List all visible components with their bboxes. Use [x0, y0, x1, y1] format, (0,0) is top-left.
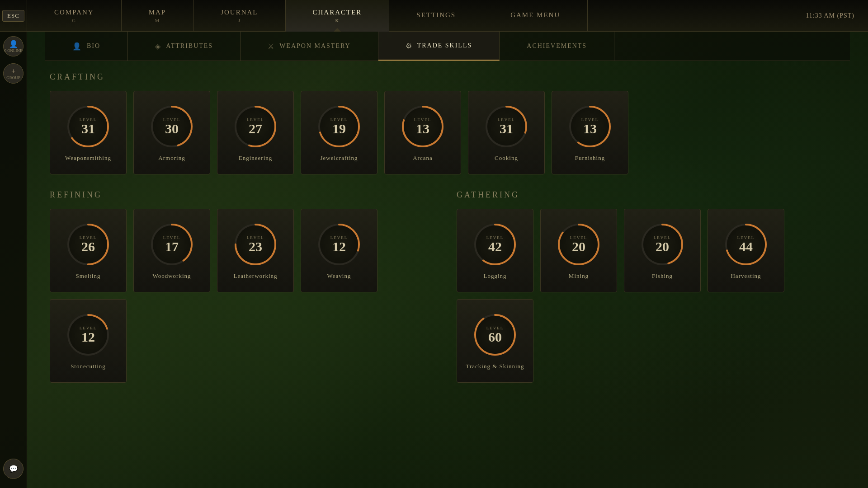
- person-icon: 👤: [9, 40, 18, 48]
- level-number: 60: [488, 330, 502, 344]
- circle-inner: LEVEL 30: [153, 108, 191, 145]
- skill-card-armoring[interactable]: LEVEL 30 Armoring: [133, 91, 210, 174]
- skill-name: Tracking & Skinning: [466, 363, 524, 370]
- level-number: 13: [583, 122, 597, 136]
- attributes-icon: ◈: [155, 42, 161, 51]
- circle-inner: LEVEL 12: [320, 225, 358, 263]
- skill-name: Weaving: [327, 272, 351, 280]
- skill-card-weaving[interactable]: LEVEL 12 Weaving: [301, 209, 377, 292]
- bottom-sections: REFINING LEVEL 26 Smelting LEVEL 17: [50, 190, 845, 399]
- online-button[interactable]: 👤 0 ONLINE: [3, 36, 24, 56]
- level-number: 17: [165, 240, 179, 253]
- circle-inner: LEVEL 44: [727, 225, 765, 263]
- refining-section: REFINING LEVEL 26 Smelting LEVEL 17: [50, 190, 439, 399]
- skill-card-harvesting[interactable]: LEVEL 44 Harvesting: [708, 209, 784, 292]
- plus-icon: +: [11, 67, 15, 75]
- skill-name: Cooking: [495, 155, 518, 162]
- circle-inner: LEVEL 13: [404, 108, 442, 145]
- skill-card-engineering[interactable]: LEVEL 27 Engineering: [217, 91, 294, 174]
- back-button[interactable]: ESC: [0, 0, 27, 32]
- skill-card-arcana[interactable]: LEVEL 13 Arcana: [384, 91, 461, 174]
- skill-name: Logging: [483, 272, 506, 280]
- skill-circle: LEVEL 12: [66, 312, 111, 357]
- circle-inner: LEVEL 19: [320, 108, 358, 145]
- skill-circle: LEVEL 13: [400, 104, 445, 149]
- circle-inner: LEVEL 42: [476, 225, 514, 263]
- circle-inner: LEVEL 60: [476, 316, 514, 354]
- tab-attributes[interactable]: ◈ ATTRIBUTES: [128, 32, 241, 61]
- skill-card-fishing[interactable]: LEVEL 20 Fishing: [624, 209, 701, 292]
- chat-icon: 💬: [9, 465, 18, 473]
- time-display: 11:33 AM (PST): [806, 12, 868, 19]
- level-number: 31: [500, 122, 513, 136]
- level-number: 13: [416, 122, 429, 136]
- gathering-section: GATHERING LEVEL 42 Logging LEVEL 20: [457, 190, 845, 399]
- level-number: 44: [739, 240, 753, 253]
- skill-card-jewelcrafting[interactable]: LEVEL 19 Jewelcrafting: [301, 91, 377, 174]
- circle-inner: LEVEL 20: [560, 225, 598, 263]
- skill-card-smelting[interactable]: LEVEL 26 Smelting: [50, 209, 127, 292]
- level-number: 23: [249, 240, 262, 253]
- skill-circle: LEVEL 17: [149, 222, 194, 267]
- circle-inner: LEVEL 31: [487, 108, 525, 145]
- crafting-title: CRAFTING: [50, 72, 845, 82]
- level-number: 27: [249, 122, 262, 136]
- tab-weapon-mastery[interactable]: ⚔ WEAPON MASTERY: [241, 32, 378, 61]
- sword-icon: ⚔: [268, 42, 275, 51]
- skill-name: Harvesting: [731, 272, 761, 280]
- level-number: 26: [81, 240, 95, 253]
- nav-game-menu[interactable]: GAME MENU: [483, 0, 588, 32]
- level-number: 31: [81, 122, 95, 136]
- skill-card-leatherworking[interactable]: LEVEL 23 Leatherworking: [217, 209, 294, 292]
- sub-nav: 👤 BIO ◈ ATTRIBUTES ⚔ WEAPON MASTERY ⚙ TR…: [45, 32, 850, 61]
- nav-journal[interactable]: JOURNAL J: [193, 0, 285, 32]
- skill-circle: LEVEL 60: [472, 312, 518, 357]
- gathering-grid: LEVEL 42 Logging LEVEL 20 Mining LEVEL: [457, 209, 845, 383]
- skill-card-tracking-&-skinning[interactable]: LEVEL 60 Tracking & Skinning: [457, 299, 533, 383]
- skill-card-stonecutting[interactable]: LEVEL 12 Stonecutting: [50, 299, 127, 383]
- skill-circle: LEVEL 12: [316, 222, 362, 267]
- skill-name: Arcana: [413, 155, 433, 162]
- group-button[interactable]: + GROUP: [3, 63, 24, 84]
- circle-inner: LEVEL 13: [571, 108, 609, 145]
- circle-inner: LEVEL 26: [69, 225, 107, 263]
- nav-company[interactable]: COMPANY G: [27, 0, 122, 32]
- circle-inner: LEVEL 20: [643, 225, 681, 263]
- skill-circle: LEVEL 23: [233, 222, 278, 267]
- circle-inner: LEVEL 27: [236, 108, 274, 145]
- level-number: 12: [332, 240, 346, 253]
- skill-circle: LEVEL 19: [316, 104, 362, 149]
- bio-icon: 👤: [72, 42, 82, 51]
- level-number: 20: [656, 240, 669, 253]
- skill-card-furnishing[interactable]: LEVEL 13 Furnishing: [552, 91, 628, 174]
- tab-achievements[interactable]: ACHIEVEMENTS: [500, 32, 614, 61]
- skill-circle: LEVEL 20: [556, 222, 601, 267]
- skill-card-weaponsmithing[interactable]: LEVEL 31 Weaponsmithing: [50, 91, 127, 174]
- skill-circle: LEVEL 44: [723, 222, 769, 267]
- nav-character[interactable]: CHARACTER K: [286, 0, 390, 32]
- nav-settings[interactable]: SETTINGS: [389, 0, 483, 32]
- tab-trade-skills[interactable]: ⚙ TRADE SKILLS: [378, 32, 500, 61]
- skill-circle: LEVEL 13: [567, 104, 613, 149]
- skill-circle: LEVEL 20: [640, 222, 685, 267]
- refining-grid: LEVEL 26 Smelting LEVEL 17 Woodworking L…: [50, 209, 439, 383]
- topbar: ESC COMPANY G MAP M JOURNAL J CHARACTER …: [0, 0, 868, 32]
- nav-map[interactable]: MAP M: [122, 0, 194, 32]
- topbar-left: ESC COMPANY G MAP M JOURNAL J CHARACTER …: [0, 0, 588, 32]
- skill-name: Woodworking: [152, 272, 191, 280]
- tab-bio[interactable]: 👤 BIO: [45, 32, 128, 61]
- skill-name: Weaponsmithing: [65, 155, 111, 162]
- skill-card-cooking[interactable]: LEVEL 31 Cooking: [468, 91, 545, 174]
- refining-title: REFINING: [50, 190, 439, 200]
- skill-card-mining[interactable]: LEVEL 20 Mining: [540, 209, 617, 292]
- chat-button[interactable]: 💬: [3, 459, 24, 479]
- level-number: 30: [165, 122, 179, 136]
- esc-label[interactable]: ESC: [2, 10, 24, 22]
- crafting-grid: LEVEL 31 Weaponsmithing LEVEL 30 Armorin…: [50, 91, 845, 174]
- skill-card-logging[interactable]: LEVEL 42 Logging: [457, 209, 533, 292]
- skill-name: Furnishing: [575, 155, 605, 162]
- skill-name: Engineering: [239, 155, 273, 162]
- skill-circle: LEVEL 42: [472, 222, 518, 267]
- skill-card-woodworking[interactable]: LEVEL 17 Woodworking: [133, 209, 210, 292]
- crafting-section: CRAFTING LEVEL 31 Weaponsmithing LEVEL 3…: [50, 72, 845, 174]
